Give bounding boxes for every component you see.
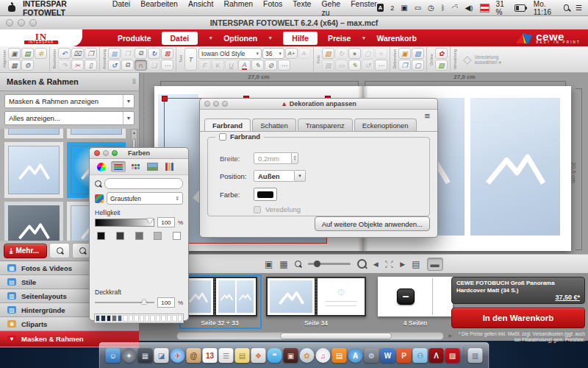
position-select[interactable]: Außen [254, 170, 295, 182]
messages[interactable]: ❝ [268, 348, 282, 363]
underline-button[interactable]: U [225, 60, 237, 71]
selection-handle[interactable] [162, 96, 168, 102]
austria-flag-icon[interactable] [480, 4, 490, 13]
magic-wand-icon[interactable]: ✲ [35, 48, 47, 59]
zoom-out-icon[interactable] [295, 261, 301, 267]
border-color-button[interactable] [254, 188, 277, 201]
colors-dialog-titlebar[interactable]: Farben [90, 148, 188, 159]
launchpad[interactable]: ✦ [122, 348, 137, 363]
calendar[interactable]: 13 [203, 348, 218, 363]
group-icon[interactable]: ❐ [121, 48, 134, 59]
crop-icon[interactable]: ▢ [362, 48, 374, 59]
copy-style-icon[interactable]: ❐ [398, 60, 411, 71]
favorite-color-swatch[interactable] [101, 315, 105, 322]
airplay-icon[interactable]: ▭ [415, 4, 421, 12]
rotate-page-icon[interactable]: ↺ [108, 60, 121, 71]
page-overview-button[interactable]: ▬ [427, 258, 443, 271]
menubar-item[interactable]: Fotos [263, 0, 282, 17]
chevron-down-icon[interactable]: ▼ [295, 170, 306, 182]
dialog-tab[interactable]: Farbrand [204, 118, 251, 132]
nav-produkte[interactable]: Produkte [118, 34, 151, 43]
favorite-color-swatch[interactable] [161, 315, 165, 322]
dialog-tab[interactable]: Eckenoptionen [354, 118, 417, 131]
safari[interactable]: ✈ [171, 348, 185, 363]
undo-icon[interactable]: ↶ [58, 48, 71, 59]
text-tool-icon[interactable]: T [184, 48, 197, 71]
zoom-out-thumbs-button[interactable] [49, 243, 70, 258]
rotate-left-photo-icon[interactable]: ↺ [362, 60, 374, 71]
favorite-color-swatch[interactable] [140, 315, 144, 322]
gray-swatch[interactable] [154, 232, 162, 240]
decoration-dialog-titlebar[interactable]: ▲ Dekoration anpassen [200, 99, 437, 110]
scissors-icon[interactable]: ✂ [71, 60, 84, 71]
mask-thumbnail[interactable] [67, 129, 126, 138]
rotate-photo-icon[interactable]: ↻ [335, 48, 348, 59]
notes[interactable]: ▤ [235, 348, 250, 363]
mask-thumbnail[interactable] [4, 129, 63, 138]
font-size-select[interactable]: 36▾ [262, 48, 284, 59]
color-wheel-tab[interactable] [94, 161, 109, 172]
fit-to-window-icon[interactable]: ↖ ↗ ↙ ↘ [385, 260, 394, 269]
adobe-reader[interactable]: Λ [429, 348, 444, 363]
open-project-icon[interactable]: ▤ [21, 48, 34, 59]
redo-icon[interactable]: ↷ [58, 60, 71, 71]
apple-menu-icon[interactable] [7, 4, 15, 13]
dialog-zoom-button[interactable] [112, 150, 118, 156]
next-page-icon[interactable]: ▶ [400, 261, 405, 268]
reminders[interactable]: ☰ [219, 348, 234, 363]
battery-icon[interactable] [514, 4, 525, 12]
dialog-zoom-button[interactable] [222, 101, 228, 107]
nav-optionen[interactable]: Optionen [223, 34, 257, 43]
dialog-tab[interactable]: Schatten [252, 118, 296, 131]
menubar-clock[interactable]: Mo. 11:16 [534, 0, 557, 16]
font-increase-button[interactable]: A+ [285, 48, 298, 59]
favorite-color-swatch[interactable] [129, 315, 133, 322]
apply-to-more-objects-button[interactable]: Auf weitere Objekte anwenden... [315, 216, 430, 231]
cewe-fotowelt[interactable]: ▨ [445, 348, 460, 363]
photo-booth[interactable]: ▣ [284, 348, 298, 363]
slider-thumb[interactable] [141, 299, 147, 304]
pen-style-button[interactable]: ✎ [251, 60, 264, 71]
bring-forward-icon[interactable]: ⧉ [121, 60, 134, 71]
favorite-color-swatch[interactable] [172, 315, 176, 322]
trash[interactable]: ▥ [468, 348, 483, 363]
dialog-tab[interactable]: Transparenz [298, 118, 353, 131]
color-mode-select[interactable]: Graustufen ⇕ [107, 192, 183, 205]
notification-center-icon[interactable]: ☰ [576, 4, 582, 12]
brightness-slider[interactable] [95, 219, 154, 227]
previous-page-icon[interactable]: ◀ [373, 261, 379, 268]
frame-icon[interactable]: ▣ [398, 48, 411, 59]
favorite-color-swatch[interactable] [134, 315, 138, 322]
zoom-slider-thumb[interactable] [314, 261, 320, 267]
grid-view-icon[interactable]: ▦ [279, 259, 287, 269]
panel-options-icon[interactable]: ⁞⁞ [132, 78, 135, 85]
system-preferences[interactable]: ⚙ [365, 348, 379, 363]
input-source-icon[interactable]: A [377, 4, 384, 12]
menubar-app-name[interactable]: INTERSPAR FOTOWELT [23, 0, 104, 17]
italic-button[interactable]: K [212, 60, 224, 71]
mask-thumbnail[interactable] [4, 142, 63, 198]
veredelung-select-button[interactable]: ◇ Veredelung auswählen ▾ [459, 54, 506, 65]
favorite-color-swatch[interactable] [178, 315, 182, 322]
add-to-cart-button[interactable]: In den Warenkorb [451, 308, 585, 328]
save-as-icon[interactable]: ▦ [8, 60, 21, 71]
panorama-icon[interactable]: ▭ [335, 60, 348, 71]
communicator[interactable]: ⚇ [413, 348, 428, 363]
breite-field[interactable]: 0,2mm [254, 152, 292, 164]
send-backward-icon[interactable]: ⧉ [135, 48, 147, 59]
favorite-color-swatch[interactable] [123, 315, 127, 322]
contacts[interactable]: @ [187, 348, 201, 363]
image-palettes-tab[interactable] [145, 161, 159, 172]
mission-control[interactable]: ▦ [138, 348, 153, 363]
nav-hilfe[interactable]: Hilfe [283, 32, 318, 45]
color-search-input[interactable] [104, 178, 183, 189]
iphoto[interactable]: ✿ [300, 348, 315, 363]
gray-swatch[interactable] [135, 232, 143, 240]
menubar-item[interactable]: Ansicht [188, 0, 213, 17]
more-photo-icon[interactable]: ⋯ [375, 60, 387, 71]
zoom-in-icon[interactable] [357, 259, 367, 269]
color-mode-icon[interactable] [95, 194, 104, 203]
mask-category-select[interactable]: Masken & Rahmen anzeigen ▼ [4, 94, 135, 108]
menubar-item[interactable]: Datei [112, 0, 131, 17]
menubar-item[interactable]: Bearbeiten [140, 0, 178, 17]
